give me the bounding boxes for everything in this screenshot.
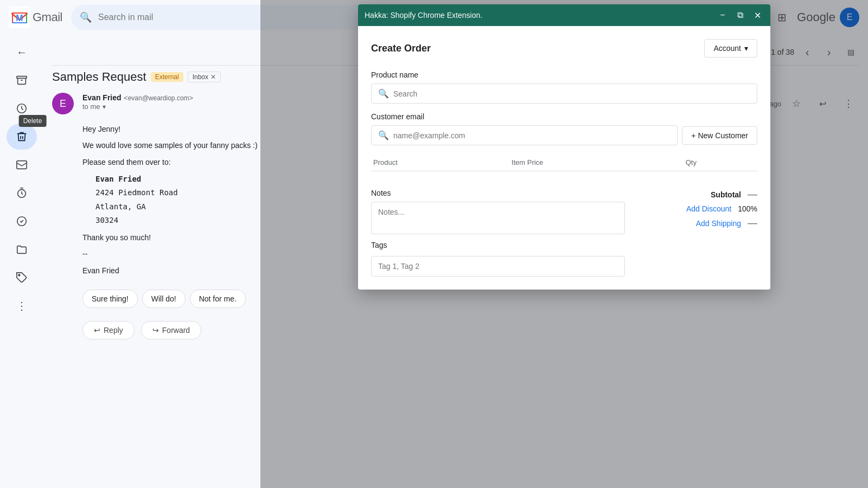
address-line2: Atlanta, GA <box>95 202 146 211</box>
sidebar-task-icon[interactable] <box>7 208 37 234</box>
badge-inbox-text: Inbox <box>193 73 208 81</box>
account-label: Account <box>713 44 741 53</box>
subtotal-label: Subtotal <box>711 190 741 199</box>
badge-external: External <box>151 72 183 82</box>
add-shipping-link[interactable]: Add Shipping <box>696 219 741 228</box>
notes-summary-row: Notes Tags Subtotal — Add Discount 100% <box>371 189 757 277</box>
hakka-overlay: Hakka: Shopify Chrome Extension. − ⧉ ✕ C… <box>260 0 868 488</box>
sender-avatar: E <box>52 93 74 114</box>
svg-rect-6 <box>17 76 27 79</box>
badge-inbox-close[interactable]: ✕ <box>210 73 216 81</box>
notes-textarea[interactable] <box>371 202 625 234</box>
account-chevron-icon: ▾ <box>744 44 748 53</box>
sidebar-delete-icon[interactable] <box>7 124 37 150</box>
gmail-background: M Gmail 🔍 ? ⚙ ⊞ Google E ← <box>0 0 868 488</box>
address-line1: 2424 Piedmont Road <box>95 188 178 197</box>
gmail-sidebar: ← Delete <box>0 35 43 488</box>
tags-input[interactable] <box>371 256 625 277</box>
discount-row: Add Discount 100% <box>638 204 757 213</box>
create-order-header: Create Order Account ▾ <box>371 39 757 57</box>
svg-point-11 <box>18 274 20 276</box>
address-line3: 30324 <box>95 216 118 224</box>
table-empty-row <box>371 171 757 181</box>
customer-email-row: 🔍 + New Customer <box>371 125 757 145</box>
expand-recipients-icon[interactable]: ▾ <box>103 103 106 111</box>
shipping-row: Add Shipping — <box>638 217 757 229</box>
create-order-title: Create Order <box>371 43 431 54</box>
customer-email-field: Customer email 🔍 + New Customer <box>371 112 757 145</box>
customer-email-input[interactable] <box>393 131 671 140</box>
reply-label: Reply <box>104 326 123 335</box>
svg-text:M: M <box>16 14 23 23</box>
quick-reply-2[interactable]: Not for me. <box>190 290 246 308</box>
reply-button[interactable]: ↩ Reply <box>82 321 135 339</box>
to-me-label: to me <box>82 102 100 111</box>
svg-rect-2 <box>12 14 13 23</box>
sidebar-label-icon[interactable] <box>7 265 37 291</box>
summary-section: Subtotal — Add Discount 100% Add Shippin… <box>638 189 757 233</box>
sender-name: Evan Fried <box>82 93 122 102</box>
svg-rect-3 <box>26 14 27 23</box>
sidebar-clock-icon[interactable] <box>7 180 37 206</box>
product-search-input[interactable] <box>393 89 750 98</box>
subtotal-value: — <box>748 189 757 200</box>
hakka-popup: Hakka: Shopify Chrome Extension. − ⧉ ✕ C… <box>358 4 770 290</box>
customer-search-icon: 🔍 <box>378 130 389 140</box>
table-body <box>371 171 757 181</box>
quick-reply-1[interactable]: Will do! <box>142 290 186 308</box>
add-discount-link[interactable]: Add Discount <box>686 204 731 213</box>
tags-label: Tags <box>371 241 625 249</box>
svg-rect-8 <box>17 161 27 169</box>
product-search-wrap: 🔍 <box>371 84 757 104</box>
address-name: Evan Fried <box>95 175 141 183</box>
sidebar-mail-icon[interactable] <box>7 152 37 178</box>
forward-button[interactable]: ↪ Forward <box>141 321 201 339</box>
hakka-body: Create Order Account ▾ Product name 🔍 <box>358 26 770 290</box>
product-name-label: Product name <box>371 70 757 79</box>
sidebar-archive-icon[interactable] <box>7 67 37 93</box>
col-product: Product <box>371 154 509 171</box>
minimize-button[interactable]: − <box>716 9 729 22</box>
account-button[interactable]: Account ▾ <box>704 39 757 57</box>
notes-label: Notes <box>371 189 625 197</box>
hakka-window-buttons: − ⧉ ✕ <box>716 9 764 22</box>
notes-section: Notes Tags <box>371 189 625 277</box>
hakka-title: Hakka: Shopify Chrome Extension. <box>365 11 482 20</box>
gmail-logo: M Gmail <box>9 7 62 28</box>
customer-email-input-wrap: 🔍 <box>371 125 678 145</box>
new-customer-button[interactable]: + New Customer <box>682 126 757 145</box>
col-item-price: Item Price <box>509 154 684 171</box>
product-name-field: Product name 🔍 <box>371 70 757 104</box>
sidebar-back-icon[interactable]: ← <box>7 39 37 65</box>
search-icon: 🔍 <box>80 11 92 23</box>
reply-icon: ↩ <box>94 326 100 335</box>
table-header: Product Item Price Qty <box>371 154 757 171</box>
email-subject: Samples Request <box>52 70 146 84</box>
hakka-titlebar: Hakka: Shopify Chrome Extension. − ⧉ ✕ <box>358 4 770 26</box>
close-button[interactable]: ✕ <box>751 9 764 22</box>
discount-pct: 100% <box>738 204 757 213</box>
sidebar-folder-icon[interactable] <box>7 236 37 262</box>
sidebar-more-icon[interactable]: ⋮ <box>7 293 37 319</box>
product-search-icon: 🔍 <box>378 88 389 99</box>
col-qty: Qty <box>684 154 757 171</box>
delete-tooltip: Delete <box>19 115 47 127</box>
gmail-brand-text: Gmail <box>33 10 62 24</box>
quick-reply-0[interactable]: Sure thing! <box>82 290 138 308</box>
sender-email: evan@weardiop.com <box>128 94 189 102</box>
shipping-value: — <box>748 217 757 229</box>
subtotal-row: Subtotal — <box>638 189 757 200</box>
forward-icon: ↪ <box>152 326 159 335</box>
forward-label: Forward <box>162 326 190 335</box>
customer-email-label: Customer email <box>371 112 757 121</box>
gmail-m-icon: M <box>9 7 30 28</box>
badge-inbox: Inbox ✕ <box>188 72 221 82</box>
restore-button[interactable]: ⧉ <box>733 9 746 22</box>
order-table: Product Item Price Qty <box>371 154 757 180</box>
